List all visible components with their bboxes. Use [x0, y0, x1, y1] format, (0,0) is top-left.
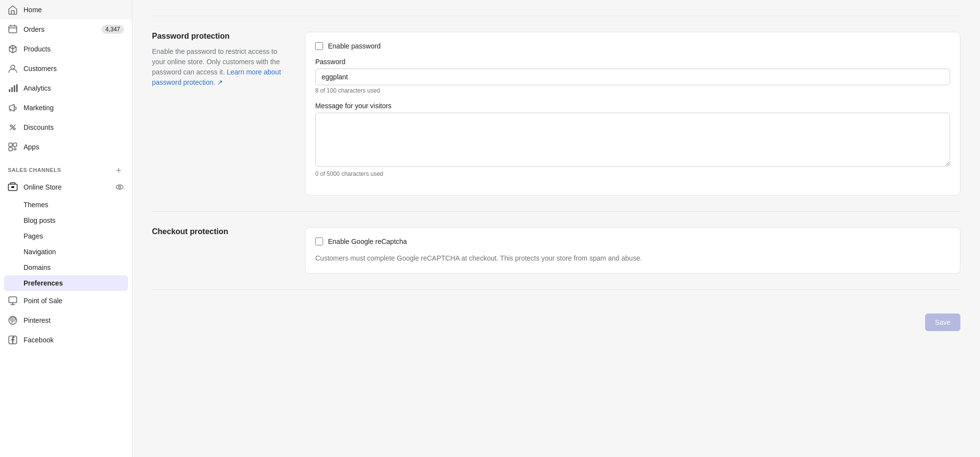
svg-rect-10	[9, 147, 12, 151]
svg-rect-4	[14, 85, 15, 92]
svg-rect-0	[9, 26, 17, 33]
preview-store-button[interactable]	[115, 183, 124, 192]
sidebar-item-facebook[interactable]: Facebook	[0, 330, 132, 350]
customers-icon	[8, 64, 18, 73]
password-protection-card: Enable password Password 8 of 100 charac…	[305, 32, 960, 195]
sidebar-sub-item-domains[interactable]: Domains	[0, 260, 132, 275]
checkout-protection-section: Checkout protection Enable Google reCapt…	[152, 227, 960, 274]
checkout-section-title: Checkout protection	[152, 227, 289, 236]
online-store-label: Online Store	[24, 183, 62, 191]
sidebar-item-analytics[interactable]: Analytics	[0, 78, 132, 98]
message-field-label: Message for your visitors	[315, 102, 950, 110]
password-char-count: 8 of 100 characters used	[315, 87, 950, 94]
svg-point-1	[11, 65, 15, 69]
enable-password-label[interactable]: Enable password	[328, 42, 380, 50]
sidebar-item-apps-label: Apps	[24, 143, 39, 151]
pinterest-icon	[8, 315, 18, 325]
sidebar-sub-item-pages[interactable]: Pages	[0, 228, 132, 244]
analytics-icon	[8, 83, 18, 93]
svg-rect-8	[9, 143, 12, 146]
add-sales-channel-button[interactable]: ＋	[113, 165, 124, 175]
enable-password-checkbox[interactable]	[315, 42, 323, 50]
navigation-label: Navigation	[24, 248, 56, 256]
password-input[interactable]	[315, 69, 950, 85]
save-button[interactable]: Save	[925, 313, 960, 331]
sidebar-item-products[interactable]: Products	[0, 39, 132, 59]
message-char-count: 0 of 5000 characters used	[315, 170, 950, 177]
sidebar-item-pinterest[interactable]: Pinterest	[0, 311, 132, 330]
bottom-divider	[152, 289, 960, 290]
checkout-protection-card: Enable Google reCaptcha Customers must c…	[305, 227, 960, 274]
domains-label: Domains	[24, 264, 50, 271]
facebook-icon	[8, 335, 18, 345]
pos-label: Point of Sale	[24, 297, 62, 305]
password-section-text: Enable the password to restrict access t…	[152, 47, 289, 88]
checkout-section-description: Checkout protection	[152, 227, 289, 242]
external-link-icon: ↗	[217, 78, 223, 86]
sidebar-item-point-of-sale[interactable]: Point of Sale	[0, 291, 132, 311]
sidebar: Home Orders 4,347 Products C	[0, 0, 132, 457]
sidebar-item-online-store[interactable]: Online Store	[0, 177, 132, 197]
products-icon	[8, 44, 18, 54]
sidebar-item-marketing[interactable]: Marketing	[0, 98, 132, 118]
sidebar-sub-item-themes[interactable]: Themes	[0, 197, 132, 213]
orders-icon	[8, 24, 18, 34]
enable-recaptcha-label[interactable]: Enable Google reCaptcha	[328, 238, 407, 245]
sidebar-sub-item-navigation[interactable]: Navigation	[0, 244, 132, 260]
enable-recaptcha-row: Enable Google reCaptcha	[315, 238, 950, 245]
recaptcha-description: Customers must complete Google reCAPTCHA…	[315, 253, 950, 264]
top-divider	[152, 16, 960, 16]
sidebar-item-orders-label: Orders	[24, 25, 45, 33]
pinterest-label: Pinterest	[24, 316, 50, 324]
svg-point-14	[119, 186, 121, 189]
password-field-label: Password	[315, 58, 950, 66]
password-section-title: Password protection	[152, 32, 289, 41]
sales-channels-section: SALES CHANNELS ＋	[0, 157, 132, 177]
home-icon	[8, 5, 18, 15]
sidebar-sub-item-blog-posts[interactable]: Blog posts	[0, 213, 132, 228]
svg-point-13	[116, 185, 123, 190]
sidebar-item-discounts-label: Discounts	[24, 123, 53, 131]
themes-label: Themes	[24, 201, 49, 209]
sidebar-item-apps[interactable]: Apps	[0, 137, 132, 157]
sidebar-item-customers[interactable]: Customers	[0, 59, 132, 78]
svg-rect-2	[9, 89, 10, 92]
sidebar-item-discounts[interactable]: Discounts	[0, 118, 132, 137]
sidebar-sub-item-preferences[interactable]: Preferences	[4, 275, 128, 291]
message-textarea[interactable]	[315, 113, 950, 167]
orders-badge: 4,347	[101, 25, 124, 34]
svg-rect-12	[11, 186, 14, 188]
sidebar-item-home-label: Home	[24, 6, 42, 14]
marketing-icon	[8, 103, 18, 113]
svg-rect-15	[9, 297, 17, 303]
main-content: Password protection Enable the password …	[132, 0, 980, 457]
preferences-label: Preferences	[24, 279, 63, 287]
svg-point-6	[10, 125, 12, 127]
password-section-description: Password protection Enable the password …	[152, 32, 289, 88]
discounts-icon	[8, 122, 18, 132]
save-bar: Save	[152, 306, 960, 331]
enable-password-row: Enable password	[315, 42, 950, 50]
sidebar-item-orders[interactable]: Orders 4,347	[0, 20, 132, 39]
middle-divider	[152, 211, 960, 212]
pos-icon	[8, 296, 18, 306]
blog-posts-label: Blog posts	[24, 216, 55, 224]
sidebar-item-analytics-label: Analytics	[24, 84, 51, 92]
sidebar-item-products-label: Products	[24, 45, 50, 53]
sidebar-item-marketing-label: Marketing	[24, 104, 53, 112]
pages-label: Pages	[24, 232, 43, 240]
facebook-label: Facebook	[24, 336, 53, 344]
svg-point-7	[13, 128, 15, 130]
svg-rect-3	[11, 87, 13, 92]
enable-recaptcha-checkbox[interactable]	[315, 238, 323, 245]
sidebar-item-home[interactable]: Home	[0, 0, 132, 20]
sidebar-item-customers-label: Customers	[24, 65, 57, 72]
apps-icon	[8, 142, 18, 152]
svg-rect-5	[16, 84, 18, 92]
svg-rect-9	[13, 143, 17, 146]
online-store-icon	[8, 182, 18, 192]
password-protection-section: Password protection Enable the password …	[152, 32, 960, 195]
